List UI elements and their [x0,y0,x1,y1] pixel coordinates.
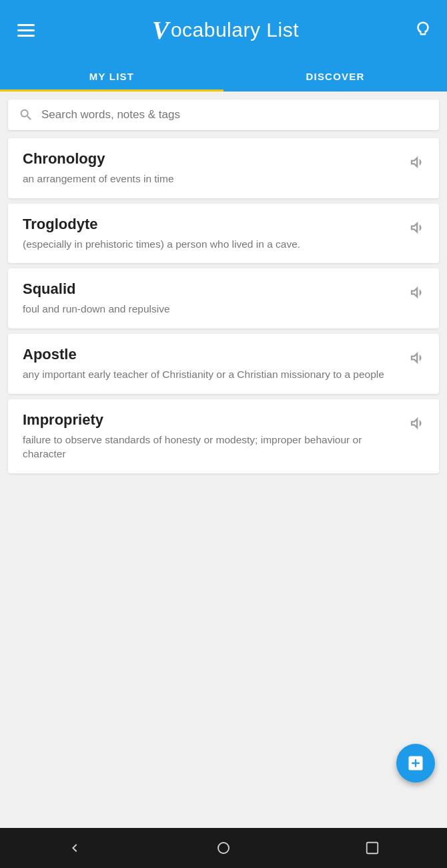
sound-button-0[interactable] [406,152,427,173]
word-definition-1: (especially in prehistoric times) a pers… [23,237,399,252]
word-content-4: Impropriety failure to observe standards… [23,411,399,461]
word-content-0: Chronology an arrangement of events in t… [23,150,399,186]
sound-button-4[interactable] [406,413,427,434]
word-content-3: Apostle any important early teacher of C… [23,346,399,382]
word-title-1: Troglodyte [23,216,399,233]
word-card-1: Troglodyte (especially in prehistoric ti… [8,204,439,264]
word-card-2: Squalid foul and run-down and repulsive [8,268,439,329]
word-card-0: Chronology an arrangement of events in t… [8,138,439,198]
word-definition-0: an arrangement of events in time [23,172,399,186]
app-logo-v: V [152,15,169,45]
word-definition-3: any important early teacher of Christian… [23,367,399,382]
word-card-3: Apostle any important early teacher of C… [8,334,439,394]
sound-button-3[interactable] [406,347,427,369]
tab-bar: MY LIST DISCOVER [0,60,447,91]
svg-rect-1 [367,843,378,854]
back-icon [67,840,83,856]
sound-button-2[interactable] [406,282,427,303]
app-header: Vocabulary List [0,0,447,60]
word-title-4: Impropriety [23,411,399,429]
home-button[interactable] [207,831,240,865]
tab-my-list[interactable]: MY LIST [0,60,223,91]
recents-button[interactable] [356,831,389,865]
sound-button-1[interactable] [406,217,427,238]
bulb-icon [413,20,433,40]
word-title-2: Squalid [23,280,399,298]
word-title-0: Chronology [23,150,399,168]
menu-button[interactable] [12,19,40,42]
tab-discover[interactable]: DISCOVER [223,60,447,91]
bottom-navigation [0,828,447,868]
app-title-text: ocabulary List [171,19,299,41]
word-list: Chronology an arrangement of events in t… [0,134,447,828]
word-title-3: Apostle [23,346,399,363]
word-content-1: Troglodyte (especially in prehistoric ti… [23,216,399,252]
word-card-4: Impropriety failure to observe standards… [8,399,439,473]
recents-icon [365,841,380,855]
back-button[interactable] [58,831,91,865]
content-area: Chronology an arrangement of events in t… [0,91,447,828]
home-icon [215,840,232,856]
add-word-button[interactable] [396,744,435,783]
search-input[interactable] [41,108,428,122]
svg-point-0 [218,843,229,853]
bulb-button[interactable] [411,18,435,42]
search-bar [8,99,439,130]
word-content-2: Squalid foul and run-down and repulsive [23,280,399,316]
app-title: Vocabulary List [40,15,411,45]
word-definition-2: foul and run-down and repulsive [23,302,399,316]
word-definition-4: failure to observe standards of honesty … [23,433,399,461]
search-icon [19,107,33,122]
